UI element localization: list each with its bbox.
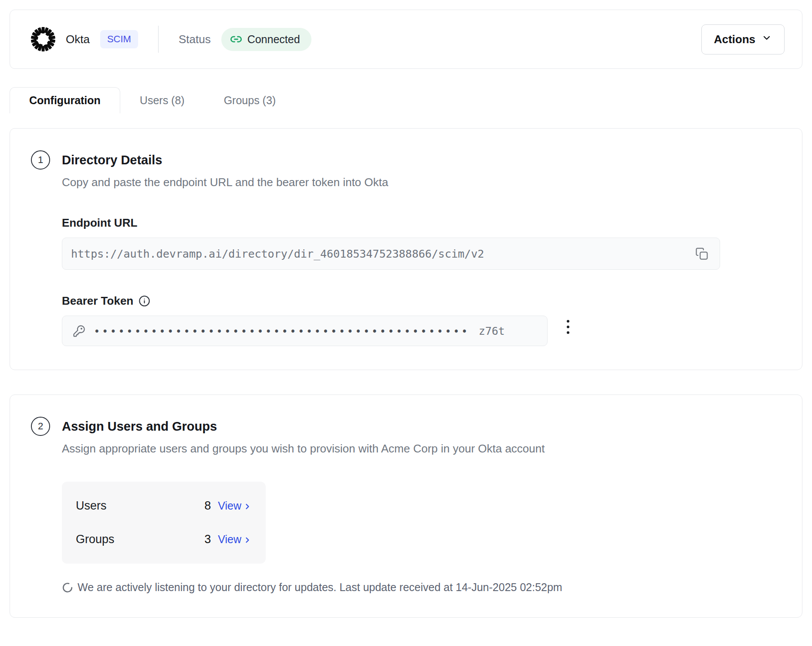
groups-summary-row: Groups 3 View: [76, 533, 252, 546]
directory-header: Okta SCIM Status Connected Actions: [10, 10, 802, 69]
chevron-down-icon: [761, 33, 772, 46]
endpoint-url-label: Endpoint URL: [62, 216, 781, 230]
bearer-token-masked-value: ••••••••••••••••••••••••••••••••••••••••…: [95, 326, 471, 337]
chevron-right-icon: [243, 535, 252, 544]
bearer-token-label-row: Bearer Token: [62, 294, 781, 308]
spinner-icon: [62, 582, 73, 593]
view-groups-label: View: [218, 533, 241, 546]
endpoint-url-field: https://auth.devramp.ai/directory/dir_46…: [62, 238, 720, 270]
info-icon[interactable]: [139, 295, 150, 307]
tab-groups[interactable]: Groups (3): [204, 87, 295, 113]
assign-users-groups-card: 2 Assign Users and Groups Assign appropr…: [10, 394, 802, 618]
directory-provider-name: Okta: [66, 33, 90, 46]
link-icon: [230, 33, 242, 45]
status-label: Status: [179, 33, 211, 46]
users-count: 8: [200, 499, 211, 513]
listening-status-message: We are actively listening to your direct…: [78, 581, 562, 594]
view-groups-link[interactable]: View: [218, 533, 252, 546]
assignment-summary-box: Users 8 View Groups 3: [62, 482, 266, 564]
groups-count: 3: [200, 533, 211, 546]
users-row-label: Users: [76, 499, 107, 513]
assign-section-subtitle: Assign appropriate users and groups you …: [62, 442, 545, 456]
view-users-link[interactable]: View: [218, 500, 252, 512]
directory-details-card: 1 Directory Details Copy and paste the e…: [10, 128, 802, 370]
actions-button[interactable]: Actions: [701, 24, 785, 54]
directory-details-body: Endpoint URL https://auth.devramp.ai/dir…: [62, 216, 781, 346]
copy-icon: [695, 247, 708, 260]
users-summary-row: Users 8 View: [76, 499, 252, 513]
key-icon: [73, 325, 85, 337]
view-users-label: View: [218, 500, 241, 512]
bearer-token-row: ••••••••••••••••••••••••••••••••••••••••…: [62, 308, 781, 346]
tab-bar: Configuration Users (8) Groups (3): [10, 87, 802, 113]
directory-details-title: Directory Details: [62, 150, 388, 170]
directory-details-head: 1 Directory Details Copy and paste the e…: [31, 150, 781, 189]
chevron-right-icon: [243, 501, 252, 511]
step-2-badge: 2: [31, 417, 50, 436]
status-value: Connected: [247, 33, 300, 46]
directory-details-subtitle: Copy and paste the endpoint URL and the …: [62, 176, 388, 189]
header-divider: [158, 26, 159, 53]
status-badge: Connected: [221, 28, 311, 51]
assign-section-title: Assign Users and Groups: [62, 416, 545, 437]
groups-row-label: Groups: [76, 533, 115, 546]
assign-section-head: 2 Assign Users and Groups Assign appropr…: [31, 416, 781, 456]
kebab-menu-icon: [567, 320, 569, 323]
status-group: Status Connected: [179, 28, 311, 51]
tab-users[interactable]: Users (8): [120, 87, 204, 113]
bearer-token-menu-button[interactable]: [562, 316, 574, 338]
brand-group: Okta SCIM: [29, 25, 138, 53]
bearer-token-suffix: z76t: [479, 325, 505, 337]
bearer-token-label: Bearer Token: [62, 294, 133, 308]
protocol-badge: SCIM: [100, 30, 138, 48]
actions-button-label: Actions: [714, 33, 755, 46]
copy-endpoint-url-button[interactable]: [692, 244, 712, 264]
listening-status-row: We are actively listening to your direct…: [62, 581, 781, 594]
assign-section-body: Users 8 View Groups 3: [62, 482, 781, 594]
scim-directory-page: Okta SCIM Status Connected Actions: [0, 0, 812, 631]
step-1-badge: 1: [31, 150, 50, 170]
endpoint-url-value: https://auth.devramp.ai/directory/dir_46…: [71, 248, 692, 260]
okta-logo: [29, 25, 57, 53]
tab-configuration[interactable]: Configuration: [10, 87, 120, 113]
bearer-token-field: ••••••••••••••••••••••••••••••••••••••••…: [62, 316, 548, 346]
